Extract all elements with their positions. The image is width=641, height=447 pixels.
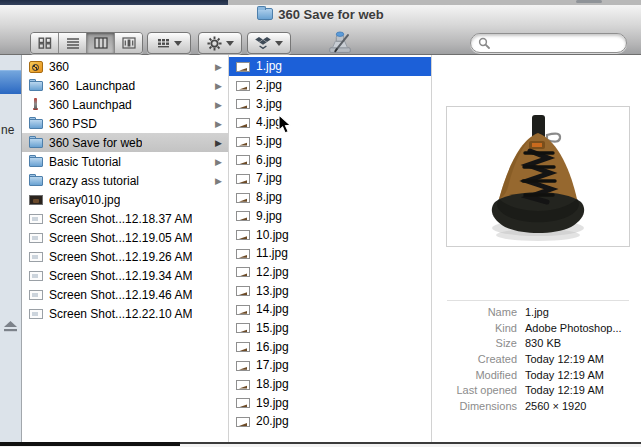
gear-icon <box>207 36 222 51</box>
file-row[interactable]: 11.jpg <box>229 244 431 263</box>
file-row[interactable]: 20.jpg <box>229 412 431 431</box>
file-type-icon <box>29 214 43 224</box>
metadata-label: Last opened <box>432 384 517 396</box>
file-type-icon <box>29 309 43 319</box>
window-header: 360 Save for web <box>0 5 641 55</box>
file-row[interactable]: 5.jpg <box>229 132 431 151</box>
jpg-thumbnail-icon <box>236 99 250 109</box>
metadata-row: Created Today 12:19 AM <box>432 351 641 367</box>
column-view-button[interactable] <box>86 33 114 53</box>
metadata-label: Kind <box>432 322 517 334</box>
action-menu-button[interactable] <box>198 32 242 54</box>
file-row[interactable]: 13.jpg <box>229 281 431 300</box>
file-type-icon <box>29 117 43 130</box>
file-name-label: 6.jpg <box>256 153 282 167</box>
file-name-label: Screen Shot...12.22.10 AM <box>49 307 192 321</box>
file-name-label: 360 Launchpad <box>49 79 135 93</box>
file-row[interactable]: 18.jpg <box>229 375 431 394</box>
file-row[interactable]: 6.jpg <box>229 150 431 169</box>
file-name-label: 3.jpg <box>256 97 282 111</box>
file-row[interactable]: 15.jpg <box>229 319 431 338</box>
file-row[interactable]: 19.jpg <box>229 393 431 412</box>
folder-row[interactable]: 360 Save for web ▶ <box>22 133 228 152</box>
stamp-sign-icon <box>326 30 354 58</box>
folder-row[interactable]: Screen Shot...12.22.10 AM ▶ <box>22 304 228 323</box>
icon-view-button[interactable] <box>31 33 58 53</box>
metadata-value: 830 KB <box>525 337 561 349</box>
file-type-icon <box>29 79 43 92</box>
file-name-label: Basic Tutorial <box>49 155 121 169</box>
folder-row[interactable]: 360 ▶ <box>22 57 228 76</box>
preview-image <box>446 106 630 247</box>
file-name-label: 1.jpg <box>256 59 282 73</box>
background-window-remnant <box>576 0 602 3</box>
metadata-value: Today 12:19 AM <box>525 384 604 396</box>
file-name-label: 8.jpg <box>256 190 282 204</box>
eject-icon[interactable] <box>4 321 17 332</box>
folder-row[interactable]: Screen Shot...12.19.26 AM ▶ <box>22 247 228 266</box>
metadata-label: Name <box>432 306 517 318</box>
column-disclosure-arrow: ▶ <box>215 119 222 129</box>
file-row[interactable]: 4.jpg <box>229 113 431 132</box>
file-name-label: 9.jpg <box>256 209 282 223</box>
chevron-down-icon <box>226 41 234 46</box>
metadata-label: Size <box>432 337 517 349</box>
file-row[interactable]: 3.jpg <box>229 94 431 113</box>
sidebar-selected-item-partial[interactable] <box>0 70 21 94</box>
list-view-button[interactable] <box>58 33 86 53</box>
file-name-label: 18.jpg <box>256 377 289 391</box>
file-row[interactable]: 16.jpg <box>229 337 431 356</box>
search-field[interactable] <box>470 33 627 53</box>
jpg-thumbnail-icon <box>236 211 250 221</box>
jpg-thumbnail-icon <box>236 193 250 203</box>
metadata-label: Dimensions <box>432 400 517 412</box>
column-disclosure-arrow: ▶ <box>215 81 222 91</box>
folder-row[interactable]: Screen Shot...12.19.34 AM ▶ <box>22 266 228 285</box>
folder-row[interactable]: Screen Shot...12.19.46 AM ▶ <box>22 285 228 304</box>
folder-row[interactable]: Basic Tutorial ▶ <box>22 152 228 171</box>
file-row[interactable]: 17.jpg <box>229 356 431 375</box>
file-name-label: 15.jpg <box>256 321 289 335</box>
metadata-label: Modified <box>432 369 517 381</box>
file-row[interactable]: 2.jpg <box>229 76 431 95</box>
column-disclosure-arrow: ▶ <box>215 157 222 167</box>
metadata-row: Name 1.jpg <box>432 304 641 320</box>
arrange-menu-button[interactable] <box>147 32 191 54</box>
jpg-thumbnail-icon <box>236 62 250 72</box>
file-name-label: 16.jpg <box>256 340 289 354</box>
folder-row[interactable]: Screen Shot...12.19.05 AM ▶ <box>22 228 228 247</box>
file-name-label: crazy ass tutorial <box>49 174 139 188</box>
file-type-icon <box>29 271 43 281</box>
jpg-thumbnail-icon <box>236 342 250 352</box>
folder-row[interactable]: 360 PSD ▶ <box>22 114 228 133</box>
chevron-down-icon <box>174 41 182 46</box>
title-bar[interactable]: 360 Save for web <box>0 5 641 23</box>
window-title: 360 Save for web <box>278 7 384 22</box>
folder-row[interactable]: crazy ass tutorial ▶ <box>22 171 228 190</box>
dropbox-menu-button[interactable] <box>247 32 291 54</box>
column-view-icon <box>94 37 108 49</box>
file-name-label: Screen Shot...12.19.26 AM <box>49 250 192 264</box>
metadata-row: Modified Today 12:19 AM <box>432 367 641 383</box>
folder-row[interactable]: Screen Shot...12.18.37 AM ▶ <box>22 209 228 228</box>
view-switcher <box>30 32 143 54</box>
file-row[interactable]: 1.jpg <box>229 57 431 76</box>
folder-row[interactable]: erisay010.jpg ▶ <box>22 190 228 209</box>
column-preview: Name 1.jpg Kind Adobe Photoshop... Size … <box>431 55 641 443</box>
file-name-label: 10.jpg <box>256 228 289 242</box>
file-row[interactable]: 8.jpg <box>229 188 431 207</box>
folder-row[interactable]: 360 Launchpad ▶ <box>22 95 228 114</box>
file-row[interactable]: 14.jpg <box>229 300 431 319</box>
column-disclosure-arrow: ▶ <box>215 138 222 148</box>
folder-row[interactable]: 360 Launchpad ▶ <box>22 76 228 95</box>
file-type-icon <box>29 136 43 149</box>
file-row[interactable]: 10.jpg <box>229 225 431 244</box>
file-row[interactable]: 7.jpg <box>229 169 431 188</box>
file-row[interactable]: 9.jpg <box>229 207 431 226</box>
jpg-thumbnail-icon <box>236 286 250 296</box>
coverflow-view-button[interactable] <box>114 33 142 53</box>
file-name-label: 19.jpg <box>256 396 289 410</box>
file-row[interactable]: 12.jpg <box>229 263 431 282</box>
sidebar-item-label-partial: ne <box>1 123 14 137</box>
toolbar <box>0 23 641 55</box>
